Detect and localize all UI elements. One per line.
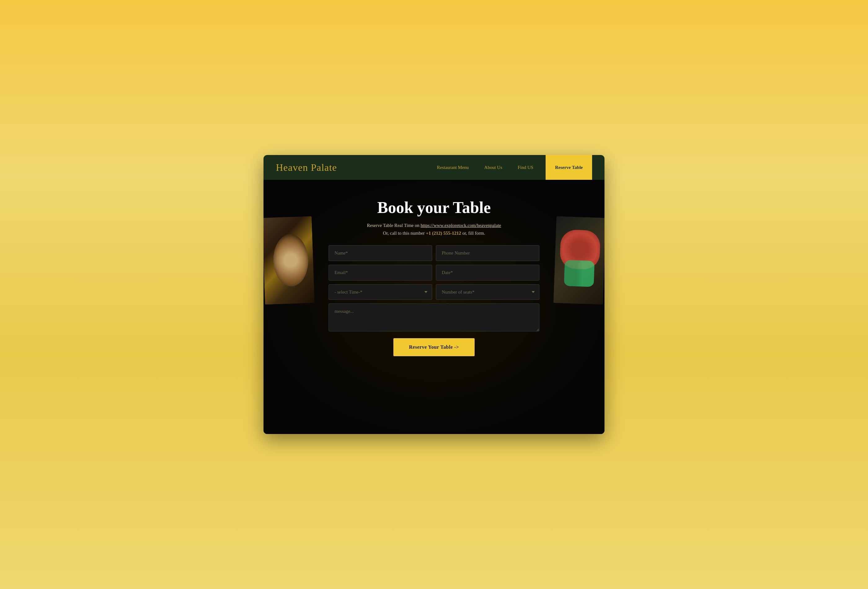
submit-button[interactable]: Reserve Your Table -> [393,338,474,356]
subtitle-text: Reserve Table Real Time on [367,223,420,228]
restaurant-menu-link[interactable]: Restaurant Menu [437,165,469,170]
call-prefix: Or, call to this number [383,231,426,236]
call-number: +1 (212) 555-1212 [426,231,461,236]
logo: Heaven Palate [276,162,337,173]
exploretock-link[interactable]: https://www.exploretock.com/heavenpalate [421,223,501,228]
food-image-right [554,216,604,304]
date-input[interactable] [436,265,539,280]
content-area: Book your Table Reserve Table Real Time … [329,198,539,356]
email-input[interactable] [329,265,432,280]
form-row-1 [329,245,539,261]
message-textarea[interactable] [329,304,539,331]
call-suffix: or, fill form. [461,231,485,236]
navbar: Heaven Palate Restaurant Menu About Us F… [264,155,604,180]
nav-links: Restaurant Menu About Us Find US [437,165,533,170]
phone-input[interactable] [436,245,539,261]
page-title: Book your Table [377,198,491,217]
form-row-3: - select Time-* 12:00 PM 12:30 PM 1:00 P… [329,284,539,300]
reserve-table-nav-button[interactable]: Reserve Table [546,155,592,180]
time-select[interactable]: - select Time-* 12:00 PM 12:30 PM 1:00 P… [329,284,432,300]
food-image-left [264,216,314,304]
browser-window: Heaven Palate Restaurant Menu About Us F… [264,155,604,434]
about-us-link[interactable]: About Us [484,165,502,170]
name-input[interactable] [329,245,432,261]
subtitle: Reserve Table Real Time on https://www.e… [367,223,501,228]
booking-form: - select Time-* 12:00 PM 12:30 PM 1:00 P… [329,245,539,356]
main-content: Book your Table Reserve Table Real Time … [264,180,604,434]
seats-select[interactable]: Number of seats* 1 2 3 4 5 6 8 10+ [436,284,539,300]
find-us-link[interactable]: Find US [518,165,533,170]
call-line: Or, call to this number +1 (212) 555-121… [383,231,485,236]
form-row-2 [329,265,539,280]
